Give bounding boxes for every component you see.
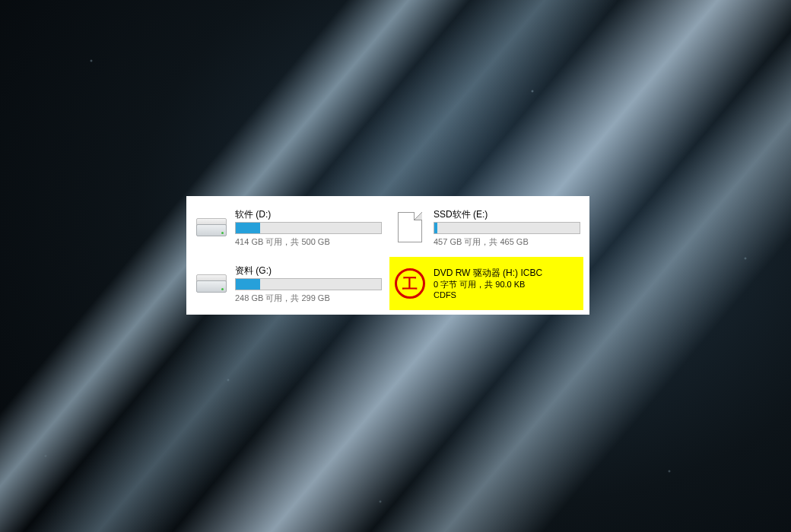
drive-stat: 457 GB 可用，共 465 GB <box>434 236 580 247</box>
capacity-bar <box>235 222 382 234</box>
drive-item-d[interactable]: 软件 (D:) 414 GB 可用，共 500 GB <box>191 201 385 254</box>
drive-item-h[interactable]: 工 DVD RW 驱动器 (H:) ICBC 0 字节 可用，共 90.0 KB… <box>389 257 583 310</box>
capacity-fill <box>434 223 437 233</box>
hard-disk-icon <box>194 266 229 301</box>
drive-stat: 414 GB 可用，共 500 GB <box>235 236 382 247</box>
drives-panel: 软件 (D:) 414 GB 可用，共 500 GB SSD软件 (E:) 45… <box>186 196 589 315</box>
capacity-fill <box>236 279 260 290</box>
capacity-fill <box>236 223 260 233</box>
drive-name: DVD RW 驱动器 (H:) ICBC <box>434 267 580 279</box>
capacity-bar <box>235 278 382 290</box>
hard-disk-icon <box>194 210 229 245</box>
drive-info: 资料 (G:) 248 GB 可用，共 299 GB <box>235 264 382 303</box>
desktop-wallpaper: 软件 (D:) 414 GB 可用，共 500 GB SSD软件 (E:) 45… <box>0 0 791 532</box>
drive-info: DVD RW 驱动器 (H:) ICBC 0 字节 可用，共 90.0 KB C… <box>434 267 580 300</box>
drive-filesystem: CDFS <box>434 290 580 300</box>
drive-item-g[interactable]: 资料 (G:) 248 GB 可用，共 299 GB <box>191 257 385 310</box>
drive-info: SSD软件 (E:) 457 GB 可用，共 465 GB <box>434 208 580 247</box>
icbc-glyph: 工 <box>402 276 418 291</box>
drive-name: 软件 (D:) <box>235 208 382 220</box>
file-icon <box>392 210 427 245</box>
icbc-icon: 工 <box>392 266 427 301</box>
capacity-bar <box>434 222 580 234</box>
drive-info: 软件 (D:) 414 GB 可用，共 500 GB <box>235 208 382 247</box>
drive-name: 资料 (G:) <box>235 264 382 277</box>
drive-item-e[interactable]: SSD软件 (E:) 457 GB 可用，共 465 GB <box>389 201 583 254</box>
drive-stat: 248 GB 可用，共 299 GB <box>235 293 382 303</box>
drive-name: SSD软件 (E:) <box>434 208 580 220</box>
drive-stat: 0 字节 可用，共 90.0 KB <box>434 279 580 290</box>
